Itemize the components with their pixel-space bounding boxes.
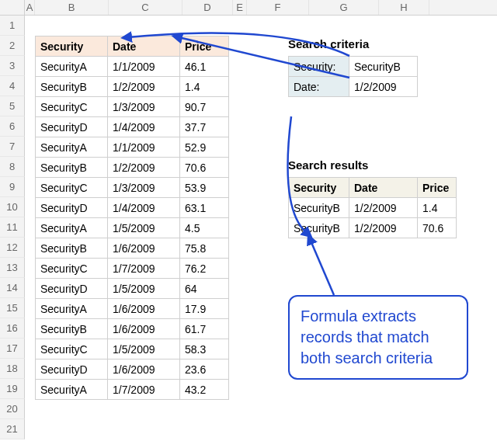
cell-date[interactable]: 1/2/2009 bbox=[349, 198, 418, 218]
col-header-H[interactable]: H bbox=[379, 0, 429, 15]
cell-price[interactable]: 58.3 bbox=[180, 339, 229, 359]
col-header-G[interactable]: G bbox=[309, 0, 379, 15]
row-header-7[interactable]: 7 bbox=[0, 137, 25, 157]
cell-date[interactable]: 1/6/2009 bbox=[108, 238, 180, 259]
cell-price[interactable]: 46.1 bbox=[180, 57, 229, 77]
results-header-security[interactable]: Security bbox=[289, 178, 349, 198]
cell-date[interactable]: 1/5/2009 bbox=[108, 218, 180, 238]
row-header-18[interactable]: 18 bbox=[0, 359, 25, 379]
row-header-1[interactable]: 1 bbox=[0, 16, 25, 36]
cell-price[interactable]: 70.6 bbox=[418, 218, 457, 238]
row-header-6[interactable]: 6 bbox=[0, 116, 25, 137]
main-data-table: Security Date Price SecurityA1/1/200946.… bbox=[35, 36, 229, 400]
cell-date[interactable]: 1/4/2009 bbox=[108, 198, 180, 218]
cell-price[interactable]: 76.2 bbox=[180, 259, 229, 279]
cell-security[interactable]: SecurityC bbox=[36, 259, 108, 279]
row-header-11[interactable]: 11 bbox=[0, 217, 25, 238]
cell-security[interactable]: SecurityB bbox=[36, 238, 108, 259]
main-header-security[interactable]: Security bbox=[36, 36, 108, 57]
cell-price[interactable]: 37.7 bbox=[180, 117, 229, 137]
row-header-20[interactable]: 20 bbox=[0, 399, 25, 419]
row-header-14[interactable]: 14 bbox=[0, 278, 25, 298]
criteria-date-label: Date: bbox=[289, 77, 349, 97]
cell-price[interactable]: 63.1 bbox=[180, 198, 229, 218]
cell-security[interactable]: SecurityB bbox=[289, 198, 349, 218]
cell-date[interactable]: 1/2/2009 bbox=[349, 218, 418, 238]
row-header-5[interactable]: 5 bbox=[0, 96, 25, 116]
row-header-13[interactable]: 13 bbox=[0, 258, 25, 278]
criteria-security-value[interactable]: SecurityB bbox=[349, 57, 418, 77]
cell-security[interactable]: SecurityB bbox=[36, 158, 108, 178]
cell-price[interactable]: 52.9 bbox=[180, 137, 229, 158]
row-header-8[interactable]: 8 bbox=[0, 157, 25, 177]
cell-price[interactable]: 75.8 bbox=[180, 238, 229, 259]
row-header-21[interactable]: 21 bbox=[0, 419, 25, 439]
cell-date[interactable]: 1/2/2009 bbox=[108, 77, 180, 97]
results-header-price[interactable]: Price bbox=[418, 178, 457, 198]
cell-security[interactable]: SecurityD bbox=[36, 117, 108, 137]
cell-date[interactable]: 1/6/2009 bbox=[108, 319, 180, 339]
row-header-19[interactable]: 19 bbox=[0, 379, 25, 399]
cell-price[interactable]: 70.6 bbox=[180, 158, 229, 178]
row-header-4[interactable]: 4 bbox=[0, 76, 25, 96]
cell-security[interactable]: SecurityB bbox=[36, 77, 108, 97]
results-header-date[interactable]: Date bbox=[349, 178, 418, 198]
row-header-2[interactable]: 2 bbox=[0, 36, 25, 56]
cell-security[interactable]: SecurityA bbox=[36, 380, 108, 400]
cell-security[interactable]: SecurityB bbox=[36, 319, 108, 339]
cell-price[interactable]: 64 bbox=[180, 279, 229, 299]
cell-date[interactable]: 1/7/2009 bbox=[108, 380, 180, 400]
criteria-date-value[interactable]: 1/2/2009 bbox=[349, 77, 418, 97]
cell-security[interactable]: SecurityD bbox=[36, 198, 108, 218]
cell-price[interactable]: 61.7 bbox=[180, 319, 229, 339]
col-header-F[interactable]: F bbox=[247, 0, 309, 15]
row-header-16[interactable]: 16 bbox=[0, 318, 25, 339]
cell-date[interactable]: 1/1/2009 bbox=[108, 137, 180, 158]
cell-price[interactable]: 90.7 bbox=[180, 97, 229, 117]
row-header-15[interactable]: 15 bbox=[0, 298, 25, 318]
cell-price[interactable]: 53.9 bbox=[180, 178, 229, 198]
table-row: SecurityA1/6/200917.9 bbox=[36, 299, 229, 319]
cell-date[interactable]: 1/3/2009 bbox=[108, 97, 180, 117]
col-header-C[interactable]: C bbox=[109, 0, 182, 15]
col-header-E[interactable]: E bbox=[233, 0, 247, 15]
table-row: SecurityA1/1/200946.1 bbox=[36, 57, 229, 77]
cell-date[interactable]: 1/6/2009 bbox=[108, 299, 180, 319]
cell-security[interactable]: SecurityD bbox=[36, 279, 108, 299]
cell-price[interactable]: 17.9 bbox=[180, 299, 229, 319]
cell-date[interactable]: 1/2/2009 bbox=[108, 158, 180, 178]
cell-price[interactable]: 23.6 bbox=[180, 359, 229, 380]
table-row: SecurityD1/4/200937.7 bbox=[36, 117, 229, 137]
cell-date[interactable]: 1/6/2009 bbox=[108, 359, 180, 380]
cell-date[interactable]: 1/5/2009 bbox=[108, 339, 180, 359]
cell-date[interactable]: 1/4/2009 bbox=[108, 117, 180, 137]
cell-security[interactable]: SecurityD bbox=[36, 359, 108, 380]
cell-date[interactable]: 1/1/2009 bbox=[108, 57, 180, 77]
col-header-A[interactable]: A bbox=[25, 0, 35, 15]
row-header-17[interactable]: 17 bbox=[0, 339, 25, 359]
row-header-10[interactable]: 10 bbox=[0, 197, 25, 217]
col-header-D[interactable]: D bbox=[182, 0, 233, 15]
cell-date[interactable]: 1/5/2009 bbox=[108, 279, 180, 299]
cell-security[interactable]: SecurityC bbox=[36, 97, 108, 117]
cell-security[interactable]: SecurityC bbox=[36, 339, 108, 359]
cell-security[interactable]: SecurityA bbox=[36, 299, 108, 319]
cell-security[interactable]: SecurityA bbox=[36, 137, 108, 158]
select-all-corner[interactable] bbox=[0, 0, 25, 15]
cell-security[interactable]: SecurityB bbox=[289, 218, 349, 238]
cell-date[interactable]: 1/3/2009 bbox=[108, 178, 180, 198]
main-header-price[interactable]: Price bbox=[180, 36, 229, 57]
cell-price[interactable]: 4.5 bbox=[180, 218, 229, 238]
col-header-B[interactable]: B bbox=[35, 0, 109, 15]
cell-security[interactable]: SecurityA bbox=[36, 218, 108, 238]
main-header-date[interactable]: Date bbox=[108, 36, 180, 57]
cell-security[interactable]: SecurityC bbox=[36, 178, 108, 198]
row-header-3[interactable]: 3 bbox=[0, 56, 25, 76]
cell-price[interactable]: 1.4 bbox=[418, 198, 457, 218]
cell-security[interactable]: SecurityA bbox=[36, 57, 108, 77]
cell-price[interactable]: 43.2 bbox=[180, 380, 229, 400]
row-header-12[interactable]: 12 bbox=[0, 238, 25, 258]
cell-date[interactable]: 1/7/2009 bbox=[108, 259, 180, 279]
row-header-9[interactable]: 9 bbox=[0, 177, 25, 197]
cell-price[interactable]: 1.4 bbox=[180, 77, 229, 97]
